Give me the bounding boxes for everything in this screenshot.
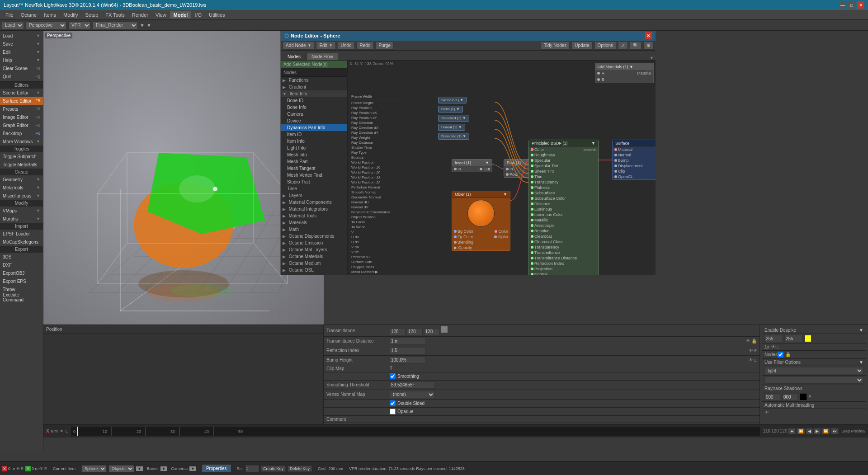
update-button[interactable]: Update	[571, 42, 592, 50]
val255a-input[interactable]	[764, 335, 783, 342]
close-button[interactable]: ✕	[857, 1, 864, 9]
surface-node[interactable]: Surface ▼ Material Normal Bump Displacem…	[612, 140, 656, 180]
category-oct-mat-layers[interactable]: ▶ Octane Mat Layers	[281, 246, 347, 253]
add-node-button[interactable]: Add Node ▼	[283, 42, 314, 50]
item-bone-info[interactable]: Bone Info	[281, 104, 347, 111]
smoothing-threshold-input[interactable]	[390, 381, 435, 389]
cameras-arrow[interactable]: ▼	[189, 466, 196, 471]
sigma-node[interactable]: Sigma2 (1) ▼	[438, 97, 467, 103]
geometry-button[interactable]: Geometry ▼	[0, 175, 43, 183]
export-obj[interactable]: ExportOBJ	[0, 269, 43, 277]
ne-icon2[interactable]: 🔍	[630, 42, 642, 50]
help-button[interactable]: Help ▼	[0, 56, 43, 64]
tab-node-flow[interactable]: Node Flow	[307, 53, 338, 60]
item-mesh-part[interactable]: Mesh Part	[281, 158, 347, 165]
toolbar-arrow2[interactable]: ▼	[146, 23, 151, 28]
val255-swatch[interactable]	[804, 335, 811, 342]
menu-fxtools[interactable]: FX Tools	[102, 11, 128, 19]
misc-button[interactable]: Miscellaneous ▼	[0, 192, 43, 200]
category-gradient[interactable]: ▶ Gradient	[281, 84, 347, 90]
load-select[interactable]: Load	[2, 21, 24, 29]
item-device[interactable]: Device	[281, 118, 347, 124]
play-next-btn[interactable]: ⏩	[821, 428, 830, 434]
node-canvas[interactable]: X: 31 Y: 138 Zoom: 91% Frame Width Frame…	[348, 61, 656, 275]
menu-model[interactable]: Model	[170, 11, 192, 19]
viewport-select[interactable]: Perspective	[26, 21, 66, 29]
minimize-button[interactable]: —	[839, 1, 846, 9]
presets-button[interactable]: Presets F8	[0, 105, 43, 113]
execute-command[interactable]: Execute Command	[0, 293, 43, 301]
category-math[interactable]: ▶ Math	[281, 226, 347, 233]
y-pos-eye[interactable]: 👁	[39, 466, 43, 471]
toggle-metaballs-button[interactable]: Toggle MetaBalls	[0, 160, 43, 169]
transmittance-swatch[interactable]	[441, 326, 448, 333]
edit-button[interactable]: Edit ▼	[0, 48, 43, 56]
delete-key-button[interactable]: Delete Key	[288, 466, 312, 472]
tab-nodes[interactable]: Nodes	[283, 53, 306, 60]
options-button[interactable]: Options	[594, 42, 616, 50]
frame-max[interactable]: 120	[780, 428, 788, 433]
y-pos-e[interactable]: E	[44, 466, 47, 471]
category-oct-emission[interactable]: ▶ Octane Emission	[281, 240, 347, 246]
x-pos-eye[interactable]: 👁	[16, 466, 20, 471]
invert-node[interactable]: Invert (1) ▼ In Out	[452, 159, 492, 172]
ne-icon3[interactable]: ⚙	[643, 42, 654, 50]
nodes-checkbox[interactable]	[778, 352, 783, 357]
undo-button-ne[interactable]: Undo	[338, 42, 355, 50]
item-camera[interactable]: Camera	[281, 111, 347, 118]
mixer-node[interactable]: Mixer (1) ▼ Bg Color Color Fg Color Alph…	[452, 191, 510, 251]
item-mesh-info[interactable]: Mesh Info	[281, 151, 347, 158]
raytrace-val2[interactable]	[782, 393, 798, 400]
save-button[interactable]: Save ▼	[0, 40, 43, 48]
refraction-input[interactable]	[390, 347, 426, 354]
graph-editor-button[interactable]: Graph Editor F2	[0, 121, 43, 129]
scene-editor-button[interactable]: Scene Editor ▼	[0, 89, 43, 97]
objects-select[interactable]: Objects	[108, 465, 134, 472]
menu-view[interactable]: View	[152, 11, 170, 19]
tidy-nodes-button[interactable]: Tidy Nodes	[541, 42, 570, 50]
category-oct-procedurals[interactable]: ▶ Octane Procedurals	[281, 273, 347, 275]
purge-button[interactable]: Purge	[375, 42, 394, 50]
dielectric-node[interactable]: Dielectric (1) ▼	[438, 133, 469, 140]
toolbar-arrow1[interactable]: ▼	[140, 23, 145, 28]
image-editor-button[interactable]: Image Editor F6	[0, 113, 43, 121]
play-back-btn[interactable]: ◀	[806, 428, 813, 434]
menu-file[interactable]: File	[2, 11, 17, 19]
frame-end[interactable]: 120	[771, 428, 779, 433]
bones-arrow[interactable]: ▼	[160, 466, 167, 471]
x-pos-e[interactable]: E	[21, 466, 24, 471]
item-light-info[interactable]: Light Info	[281, 145, 347, 151]
val255b-input[interactable]	[784, 335, 802, 342]
menu-io[interactable]: I/O	[191, 11, 205, 19]
more-windows-button[interactable]: More Windows ▼	[0, 137, 43, 146]
menu-modify[interactable]: Modify	[60, 11, 81, 19]
item-dynamics-part-info[interactable]: Dynamics Part Info	[281, 124, 347, 131]
category-oct-osl[interactable]: ▶ Octane OSL	[281, 267, 347, 273]
add-selected-node-button[interactable]: Add Selected Node(s)	[281, 61, 347, 69]
item-studio-trait[interactable]: Studio Trait	[281, 179, 347, 185]
export-dxf[interactable]: DXF	[0, 261, 43, 269]
bsdf-node[interactable]: Principled BSDF (1) ▼ Color Material Rou…	[528, 140, 599, 275]
vertex-normal-select[interactable]: (none)	[390, 391, 435, 398]
render-select[interactable]: Final_Render	[93, 21, 138, 29]
sphere-select[interactable]: Sphere	[81, 465, 107, 472]
x-icon2[interactable]: E	[66, 429, 68, 433]
redo-button-ne[interactable]: Redo	[356, 42, 373, 50]
menu-items[interactable]: Items	[40, 11, 60, 19]
raytrace-swatch[interactable]	[800, 393, 807, 400]
category-oct-medium[interactable]: ▶ Octane Medium	[281, 260, 347, 267]
clear-scene-button[interactable]: Clear Scene +N	[0, 64, 43, 72]
raytrace-val1[interactable]	[764, 393, 780, 400]
epsf-button[interactable]: EPSF Loader	[0, 230, 43, 238]
play-start-btn[interactable]: ⏮	[788, 428, 796, 434]
filter-select3[interactable]	[764, 376, 863, 384]
transmittance-dist-input[interactable]	[390, 338, 426, 345]
objects-arrow[interactable]: ▼	[136, 466, 143, 471]
transmittance-b[interactable]	[424, 328, 440, 335]
menu-setup[interactable]: Setup	[82, 11, 102, 19]
timeline-track[interactable]: 0 10 20 30 40 50	[71, 427, 760, 436]
x-icon1[interactable]: 👁	[60, 429, 64, 433]
edit-button-ne[interactable]: Edit ▼	[316, 42, 335, 50]
toggle-subpatch-button[interactable]: Toggle Subpatch	[0, 152, 43, 160]
delta-node[interactable]: Delta (1) ▼	[438, 106, 463, 113]
